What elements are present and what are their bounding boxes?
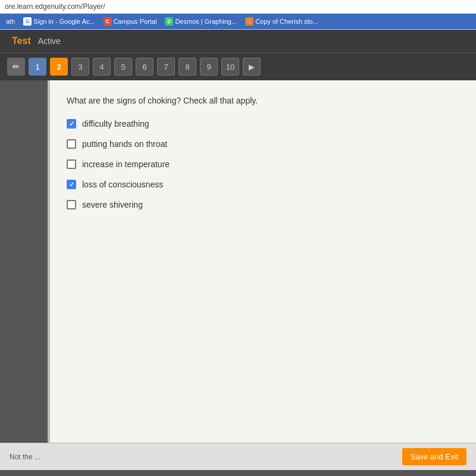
test-header: Test Active: [0, 30, 476, 52]
option-increase-temp-label: increase in temperature: [82, 159, 170, 169]
question-area: What are the signs of choking? Check all…: [48, 80, 476, 443]
checkbox-severe-shivering[interactable]: [67, 200, 76, 209]
bookmark-math-label: ath: [6, 18, 15, 25]
left-sidebar: [0, 80, 24, 443]
bottom-left-text: Not the ...: [10, 453, 40, 461]
desmos-icon: D: [165, 17, 173, 26]
bookmark-google-label: Sign in - Google Ac...: [33, 18, 95, 25]
option-difficulty-breathing[interactable]: difficulty breathing: [67, 119, 459, 129]
google-icon: G: [23, 17, 32, 26]
next-arrow-button[interactable]: ▶: [243, 58, 261, 76]
save-exit-button[interactable]: Save and Exit: [402, 448, 466, 465]
option-loss-consciousness-label: loss of consciousness: [82, 180, 163, 189]
content-wrapper: What are the signs of choking? Check all…: [0, 80, 476, 443]
bookmark-math[interactable]: ath: [4, 17, 17, 26]
bookmark-desmos-label: Desmos | Graphing...: [175, 18, 237, 25]
question-number-5[interactable]: 5: [114, 58, 132, 76]
question-number-10[interactable]: 10: [221, 58, 239, 76]
question-nav: ✏ 1 2 3 4 5 6 7 8 9 10 ▶: [0, 52, 476, 80]
question-number-4[interactable]: 4: [93, 58, 111, 76]
bookmark-campus[interactable]: C Campus Portal: [101, 16, 159, 27]
question-number-7[interactable]: 7: [157, 58, 175, 76]
question-number-3[interactable]: 3: [71, 58, 89, 76]
checkbox-difficulty-breathing[interactable]: [67, 119, 76, 129]
question-number-1[interactable]: 1: [29, 58, 46, 76]
option-putting-hands-label: putting hands on throat: [82, 139, 167, 149]
url-text: ore.learn.edgenuity.com/Player/: [5, 2, 105, 11]
campus-icon: C: [104, 17, 112, 26]
pencil-icon: ✏: [12, 62, 20, 71]
checkbox-loss-consciousness[interactable]: [67, 180, 76, 189]
question-number-8[interactable]: 8: [178, 58, 196, 76]
test-label: Test: [12, 36, 31, 46]
bookmark-campus-label: Campus Portal: [114, 18, 157, 25]
question-number-6[interactable]: 6: [136, 58, 154, 76]
bottom-bar: Not the ... Save and Exit: [0, 443, 476, 470]
bookmarks-bar: ath G Sign in - Google Ac... C Campus Po…: [0, 14, 476, 29]
active-label: Active: [38, 36, 61, 46]
option-increase-temp[interactable]: increase in temperature: [67, 159, 459, 169]
option-putting-hands[interactable]: putting hands on throat: [67, 139, 459, 149]
question-number-9[interactable]: 9: [200, 58, 218, 76]
copy-icon: □: [245, 17, 253, 26]
pencil-button[interactable]: ✏: [7, 58, 25, 76]
option-severe-shivering[interactable]: severe shivering: [67, 200, 459, 209]
option-loss-consciousness[interactable]: loss of consciousness: [67, 180, 459, 189]
question-text: What are the signs of choking? Check all…: [67, 95, 459, 107]
main-content: Test Active ✏ 1 2 3 4 5 6 7 8 9 10 ▶ Wha…: [0, 30, 476, 470]
checkbox-increase-temp[interactable]: [67, 159, 76, 169]
bookmark-google[interactable]: G Sign in - Google Ac...: [21, 16, 97, 27]
option-severe-shivering-label: severe shivering: [82, 200, 143, 209]
browser-chrome: ore.learn.edgenuity.com/Player/ ath G Si…: [0, 0, 476, 30]
checkbox-putting-hands[interactable]: [67, 139, 76, 149]
bookmark-copy[interactable]: □ Copy of Cherish sto...: [243, 16, 321, 27]
bookmark-desmos[interactable]: D Desmos | Graphing...: [162, 16, 239, 27]
arrow-right-icon: ▶: [249, 62, 255, 71]
bookmark-copy-label: Copy of Cherish sto...: [255, 18, 318, 25]
option-difficulty-breathing-label: difficulty breathing: [82, 119, 149, 129]
question-number-2[interactable]: 2: [50, 58, 68, 76]
address-bar: ore.learn.edgenuity.com/Player/: [0, 0, 476, 14]
